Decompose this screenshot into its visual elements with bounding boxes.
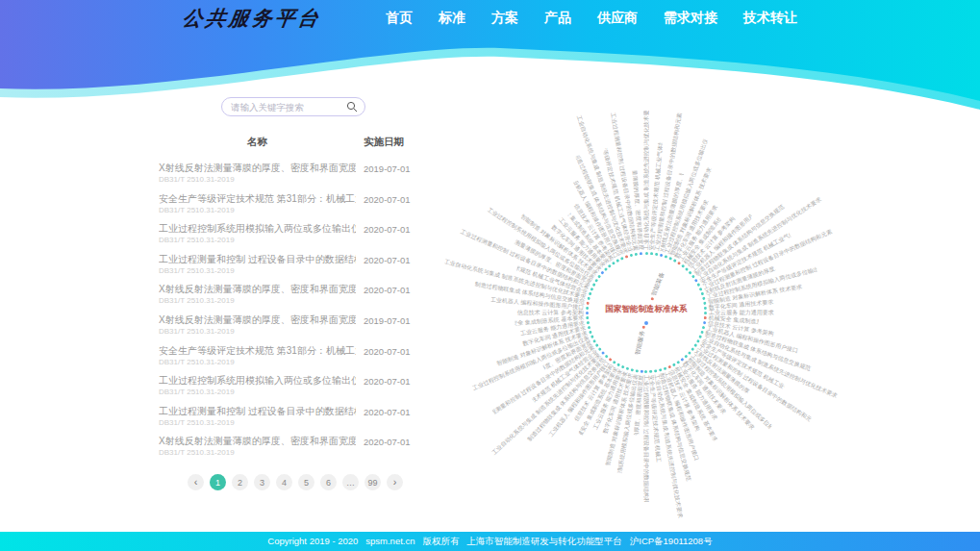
leaf-label: 智能服务	[635, 330, 645, 356]
leaf-dot-icon	[640, 370, 642, 373]
leaf-dot-icon	[641, 325, 645, 329]
row-main: X射线反射法测量薄膜的厚度、密度和界面宽度仪器要求、符……DB31/T 2510…	[159, 284, 356, 314]
radial-leaf: 工业自动化系统与集成 制造系统先进控制与优化技术要求	[643, 111, 649, 255]
row-main: X射线反射法测量薄膜的厚度、密度和界面宽度仪器要求、符……DB31/T 2510…	[159, 436, 356, 466]
table-row[interactable]: X射线反射法测量薄膜的厚度、密度和界面宽度 仪器要求、准……DB31/T 251…	[159, 314, 416, 345]
row-standard-code: DB31/T 2510.31-2019	[159, 448, 356, 457]
table-row[interactable]: 工业过程控制系统用模拟输入两位或多位输出仪表 第2部分……DB31/T 2510…	[159, 375, 416, 406]
leaf-label: 信息技术 云计算 参考架构	[517, 310, 584, 315]
page-next-button[interactable]: ›	[387, 474, 403, 490]
row-date: 2019-07-01	[364, 314, 416, 345]
nav-item-solutions[interactable]: 方案	[491, 10, 518, 27]
page-button[interactable]: 2	[232, 474, 248, 490]
table-row[interactable]: X射线反射法测量薄膜的厚度、密度和界面宽度仪器要求、符……DB31/T 2510…	[159, 284, 416, 314]
row-standard-code: DB31/T 2510.31-2019	[159, 388, 356, 396]
table-row[interactable]: 安全生产等级评定技术规范 第31部分：机械工业气体经营企业DB31/T 2510…	[159, 193, 416, 224]
table-header: 名称 实施日期	[159, 136, 416, 149]
row-main: X射线反射法测量薄膜的厚度、密度和界面宽度 仪器要求……DB31/T 2510.…	[159, 163, 356, 193]
row-main: 工业过程测量和控制 过程设备目录中的数据结构和元素 第11……DB31/T 25…	[159, 254, 356, 285]
leaf-dot-icon	[659, 368, 663, 372]
leaf-dot-icon	[616, 363, 620, 366]
nav-item-tech-transfer[interactable]: 技术转让	[743, 10, 797, 27]
leaf-dot-icon	[620, 364, 624, 368]
leaf-dot-icon	[588, 325, 591, 329]
radial-branch: 智能服务	[634, 325, 646, 360]
leaf-dot-icon	[589, 291, 592, 295]
nav-item-suppliers[interactable]: 供应商	[597, 10, 638, 27]
leaf-dot-icon	[650, 297, 654, 301]
page-button[interactable]: 1	[210, 474, 226, 490]
radial-leaf: 信息技术 云计算 参考架构	[441, 310, 589, 315]
standards-table: 名称 实施日期 X射线反射法测量薄膜的厚度、密度和界面宽度 仪器要求……DB31…	[159, 136, 416, 466]
page-prev-button[interactable]: ‹	[188, 474, 204, 490]
leaf-label: 工业自动化系统与集成 制造系统先进控制与优化技术要求	[643, 111, 649, 250]
leaf-dot-icon	[589, 330, 592, 334]
row-standard-code: DB31/T 2510.31-2019	[159, 206, 356, 214]
row-standard-code: DB31/T 2510.31-2019	[159, 418, 356, 427]
row-main: X射线反射法测量薄膜的厚度、密度和界面宽度 仪器要求、准……DB31/T 251…	[159, 314, 356, 345]
search-icon[interactable]	[346, 101, 358, 113]
footer-copyright: Copyright 2019 - 2020 spsm.net.cn 版权所有 上…	[0, 532, 980, 551]
column-header-name: 名称	[159, 136, 356, 149]
search-box	[221, 97, 365, 116]
leaf-dot-icon	[594, 343, 598, 347]
row-title: 工业过程控制系统用模拟输入两位或多位输出仪表 第2部分……	[159, 375, 356, 386]
row-standard-code: DB31/T 2510.31-2019	[159, 175, 356, 184]
row-main: 工业过程控制系统用模拟输入两位或多位输出仪表 第2部分……DB31/T 2510…	[159, 375, 356, 406]
leaf-label: 智能装备	[650, 271, 665, 296]
row-title: X射线反射法测量薄膜的厚度、密度和界面宽度 仪器要求……	[159, 163, 356, 173]
row-title: 工业过程测量和控制 过程设备目录中的数据结构和元素 第11……	[159, 254, 356, 264]
row-standard-code: DB31/T 2510.31-2019	[159, 266, 356, 275]
leaf-dot-icon	[664, 366, 667, 370]
row-title: 工业过程控制系统用模拟输入两位或多位输出仪表 第2部分……	[159, 223, 356, 234]
leaf-label: 工业过程测量和控制 过程设备目录中的数据结构和元素	[643, 375, 649, 502]
nav-item-products[interactable]: 产品	[544, 10, 571, 27]
row-date: 2019-07-01	[364, 163, 416, 193]
leaf-dot-icon	[654, 369, 657, 372]
row-standard-code: DB31/T 2510.31-2019	[159, 296, 356, 305]
table-row[interactable]: X射线反射法测量薄膜的厚度、密度和界面宽度仪器要求、符……DB31/T 2510…	[159, 436, 416, 466]
row-main: 安全生产等级评定技术规范 第31部分：机械工业气体经营企业DB31/T 2510…	[159, 345, 356, 376]
page-button[interactable]: 5	[298, 474, 314, 490]
nav-item-home[interactable]: 首页	[386, 10, 413, 27]
radial-leaf: 工业过程测量和控制 过程设备目录中的数据结构和元素	[643, 370, 649, 502]
leaf-dot-icon	[630, 368, 634, 372]
leaf-dot-icon	[625, 366, 629, 370]
leaf-dot-icon	[597, 347, 601, 351]
leaf-dot-icon	[645, 370, 648, 373]
page-button[interactable]: 99	[364, 474, 381, 490]
leaf-dot-icon	[586, 306, 589, 309]
main-nav: 首页 标准 方案 产品 供应商 需求对接 技术转让	[386, 10, 797, 27]
page-button[interactable]: 6	[320, 474, 337, 490]
leaf-dot-icon	[588, 296, 591, 300]
leaf-dot-icon	[612, 360, 616, 363]
page-ellipsis[interactable]: …	[342, 474, 359, 490]
pagination: ‹123456…99›	[188, 474, 403, 490]
row-title: X射线反射法测量薄膜的厚度、密度和界面宽度仪器要求、符……	[159, 284, 356, 294]
logo[interactable]: 公共服务平台	[181, 5, 323, 32]
row-date: 2020-07-01	[364, 254, 416, 285]
table-row[interactable]: 安全生产等级评定技术规范 第31部分：机械工业气体经营企业DB31/T 2510…	[159, 345, 416, 376]
table-row[interactable]: X射线反射法测量薄膜的厚度、密度和界面宽度 仪器要求……DB31/T 2510.…	[159, 163, 416, 193]
leaf-dot-icon	[587, 320, 590, 323]
row-main: 安全生产等级评定技术规范 第31部分：机械工业气体经营企业DB31/T 2510…	[159, 193, 356, 224]
row-title: X射线反射法测量薄膜的厚度、密度和界面宽度仪器要求、符……	[159, 436, 356, 446]
page-button[interactable]: 4	[276, 474, 292, 490]
nav-item-standards[interactable]: 标准	[439, 10, 465, 27]
table-row[interactable]: 工业过程测量和控制 过程设备目录中的数据结构和元素 第11……DB31/T 25…	[159, 406, 416, 437]
radial-center-label: 国家智能制造标准体系	[606, 304, 688, 315]
page-button[interactable]: 3	[254, 474, 270, 490]
leaf-label: 工业云服务 能力通用要求	[709, 310, 774, 315]
column-header-date: 实施日期	[364, 136, 416, 149]
row-title: 工业过程测量和控制 过程设备目录中的数据结构和元素 第11……	[159, 406, 356, 416]
search-input[interactable]	[229, 101, 346, 113]
row-date: 2020-07-01	[364, 406, 416, 437]
row-main: 工业过程测量和控制 过程设备目录中的数据结构和元素 第11……DB31/T 25…	[159, 406, 356, 437]
row-title: 安全生产等级评定技术规范 第31部分：机械工业气体经营企业	[159, 193, 356, 204]
row-main: 工业过程控制系统用模拟输入两位或多位输出仪表 第2部分……DB31/T 2510…	[159, 223, 356, 254]
row-standard-code: DB31/T 2510.31-2019	[159, 236, 356, 244]
radial-center-dot-icon	[644, 321, 648, 325]
nav-item-demand-matching[interactable]: 需求对接	[664, 10, 717, 27]
table-row[interactable]: 工业过程测量和控制 过程设备目录中的数据结构和元素 第11……DB31/T 25…	[159, 254, 416, 285]
table-row[interactable]: 工业过程控制系统用模拟输入两位或多位输出仪表 第2部分……DB31/T 2510…	[159, 223, 416, 254]
